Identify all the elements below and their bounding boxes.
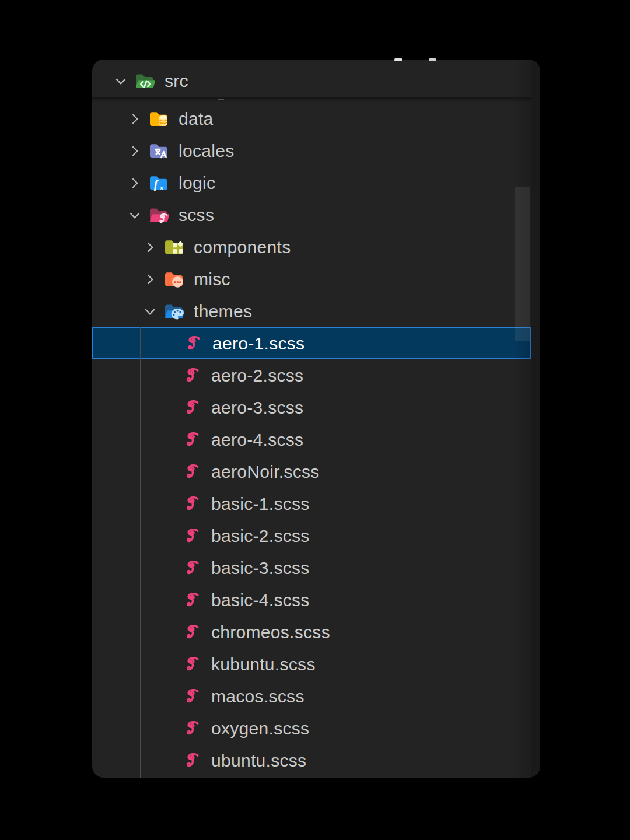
tree-item-aero-1-scss[interactable]: aero-1.scss [92, 327, 531, 359]
tree-item-aeronoir-scss[interactable]: aeroNoir.scss [92, 456, 531, 488]
tree-item-label: aero-2.scss [211, 366, 303, 386]
tree-item-label: data [178, 109, 214, 129]
sass-file-icon [180, 652, 203, 677]
sticky-header-shadow [92, 97, 540, 103]
folder-theme-icon [162, 299, 186, 324]
tree-item-misc[interactable]: misc [92, 263, 531, 295]
tree-item-src[interactable]: src [92, 60, 540, 97]
sass-file-icon [180, 620, 203, 645]
folder-components-icon [162, 235, 186, 260]
tree-item-label: aeroNoir.scss [211, 462, 320, 482]
tree-item-basic-2-scss[interactable]: basic-2.scss [92, 520, 531, 552]
tree-item-label: aero-1.scss [212, 334, 304, 354]
scrollbar-thumb[interactable] [515, 187, 530, 341]
tree-item-label: basic-1.scss [211, 494, 310, 514]
sass-file-icon [180, 587, 203, 613]
tree-item-themes[interactable]: themes [92, 295, 531, 327]
tree-item-label: macos.scss [211, 687, 304, 706]
folder-misc-icon [162, 267, 186, 292]
tree-item-basic-1-scss[interactable]: basic-1.scss [92, 488, 531, 520]
tree-item-label: basic-4.scss [211, 590, 310, 610]
tree-item-label: aero-3.scss [211, 398, 303, 418]
chevron-right-icon[interactable] [141, 239, 159, 256]
chevron-down-icon[interactable] [112, 72, 130, 90]
tree-item-label: ubuntu.scss [211, 751, 306, 771]
sass-file-icon [180, 555, 203, 581]
file-tree: data locales logic scss components misc [92, 103, 531, 776]
folder-i18n-icon [147, 138, 170, 164]
tree-item-label: misc [194, 270, 230, 289]
tree-item-label: kubuntu.scss [211, 654, 316, 674]
tree-item-aero-4-scss[interactable]: aero-4.scss [92, 424, 531, 456]
sass-file-icon [180, 491, 203, 517]
tree-item-kubuntu-scss[interactable]: kubuntu.scss [92, 648, 531, 680]
tree-item-label: oxygen.scss [211, 719, 309, 738]
chevron-right-icon[interactable] [126, 110, 144, 128]
folder-functions-icon [147, 170, 170, 196]
tree-item-aero-3-scss[interactable]: aero-3.scss [92, 391, 531, 424]
tree-item-label: components [194, 237, 290, 257]
tree-item-label: basic-2.scss [211, 526, 310, 546]
sass-file-icon [180, 716, 203, 741]
sass-file-icon [180, 459, 203, 485]
panel-edge-strip [531, 60, 540, 778]
window-top-artifact [394, 58, 402, 61]
tree-item-oxygen-scss[interactable]: oxygen.scss [92, 712, 531, 744]
folder-sass-icon [147, 202, 170, 228]
tree-item-label: chromeos.scss [211, 622, 330, 642]
tree-item-macos-scss[interactable]: macos.scss [92, 680, 531, 712]
chevron-down-icon[interactable] [141, 303, 159, 320]
tree-item-components[interactable]: components [92, 231, 531, 263]
sass-file-icon [181, 331, 204, 356]
folder-database-icon [147, 106, 170, 132]
explorer-panel: src data locales logic scss components [92, 60, 540, 778]
chevron-right-icon[interactable] [126, 142, 144, 160]
tree-item-basic-3-scss[interactable]: basic-3.scss [92, 552, 531, 584]
tree-item-chromeos-scss[interactable]: chromeos.scss [92, 616, 531, 648]
window-top-artifact [429, 58, 436, 61]
tree-item-label: scss [178, 205, 214, 225]
sass-file-icon [180, 363, 203, 388]
chevron-right-icon[interactable] [141, 271, 159, 288]
tree-item-label: logic [178, 173, 215, 193]
shadow-artifact [218, 99, 224, 100]
tree-item-label: themes [194, 302, 252, 321]
tree-item-logic[interactable]: logic [92, 167, 531, 199]
folder-src-open-icon [133, 68, 156, 94]
tree-item-ubuntu-scss[interactable]: ubuntu.scss [92, 744, 531, 776]
tree-item-locales[interactable]: locales [92, 135, 531, 167]
tree-item-basic-4-scss[interactable]: basic-4.scss [92, 584, 531, 616]
sass-file-icon [180, 523, 203, 549]
chevron-down-icon[interactable] [126, 206, 144, 224]
tree-item-scss[interactable]: scss [92, 199, 531, 231]
tree-item-label: aero-4.scss [211, 430, 303, 450]
sass-file-icon [180, 748, 203, 774]
sass-file-icon [180, 395, 203, 421]
tree-item-label: locales [178, 141, 234, 161]
tree-item-data[interactable]: data [92, 103, 531, 135]
sass-file-icon [180, 427, 203, 453]
tree-item-label: basic-3.scss [211, 558, 310, 578]
sass-file-icon [180, 684, 203, 709]
indent-guide [140, 327, 141, 778]
tree-item-aero-2-scss[interactable]: aero-2.scss [92, 359, 531, 391]
tree-item-label: src [164, 71, 188, 91]
chevron-right-icon[interactable] [126, 174, 144, 192]
